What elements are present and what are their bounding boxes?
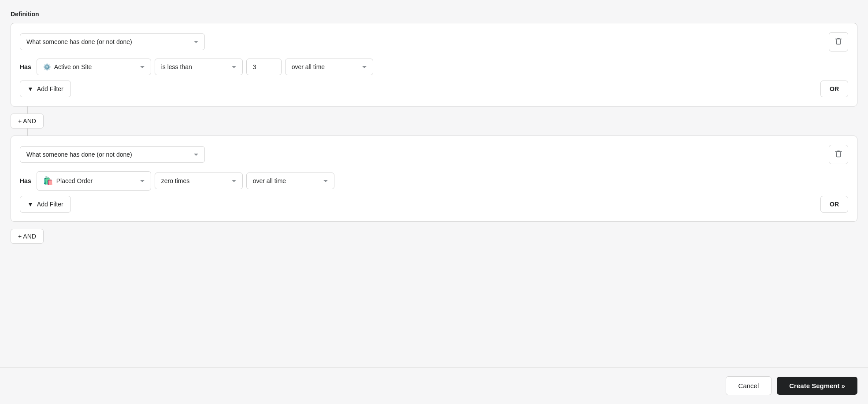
block2-operator-chevron: [232, 180, 236, 182]
block2-time-chevron: [323, 180, 328, 182]
block1-delete-button[interactable]: [829, 32, 848, 51]
shopify-icon: 🛍️: [43, 176, 53, 186]
and-button-2[interactable]: + AND: [11, 229, 44, 244]
condition-block-2-header: What someone has done (or not done): [20, 145, 848, 164]
cancel-button[interactable]: Cancel: [726, 376, 772, 395]
block1-filter-row: Has ⚙️ Active on Site is less than over …: [20, 59, 848, 75]
block2-operator-select[interactable]: zero times: [155, 173, 243, 189]
block2-main-select[interactable]: What someone has done (or not done): [20, 146, 205, 163]
footer-bar: Cancel Create Segment »: [0, 367, 868, 404]
block1-event-chevron: [140, 66, 145, 68]
block1-footer: ▼ Add Filter OR: [20, 81, 848, 97]
condition-block-1: What someone has done (or not done) Has …: [11, 23, 857, 107]
condition-block-1-header: What someone has done (or not done): [20, 32, 848, 51]
trash-icon: [835, 37, 842, 47]
trash-icon-2: [835, 150, 842, 159]
block1-operator-select[interactable]: is less than: [155, 59, 243, 75]
create-segment-button[interactable]: Create Segment »: [777, 377, 857, 395]
condition-block-2: What someone has done (or not done) Has …: [11, 136, 857, 222]
block1-main-select-chevron: [194, 41, 198, 43]
block1-event-select[interactable]: ⚙️ Active on Site: [37, 59, 151, 75]
block1-operator-chevron: [232, 66, 236, 68]
block1-add-filter-button[interactable]: ▼ Add Filter: [20, 81, 71, 97]
block1-main-select[interactable]: What someone has done (or not done): [20, 33, 205, 50]
block2-has-label: Has: [20, 177, 31, 184]
block1-value-input[interactable]: [246, 59, 282, 75]
gear-icon: ⚙️: [43, 63, 51, 70]
filter-icon: ▼: [27, 85, 33, 92]
block2-filter-row: Has 🛍️ Placed Order zero times over all …: [20, 171, 848, 191]
block2-event-chevron: [140, 180, 145, 182]
block1-has-label: Has: [20, 63, 31, 70]
block2-event-select[interactable]: 🛍️ Placed Order: [37, 171, 151, 191]
block2-add-filter-button[interactable]: ▼ Add Filter: [20, 196, 71, 213]
block2-footer: ▼ Add Filter OR: [20, 196, 848, 213]
block2-time-select[interactable]: over all time: [246, 173, 334, 189]
and-connector-2: + AND: [11, 222, 857, 251]
block2-or-button[interactable]: OR: [820, 196, 848, 213]
block1-or-button[interactable]: OR: [820, 81, 848, 97]
block1-time-select[interactable]: over all time: [285, 59, 373, 75]
definition-label: Definition: [11, 11, 857, 18]
and-button-1[interactable]: + AND: [11, 114, 44, 129]
and-connector-1: + AND: [11, 107, 857, 136]
filter-icon-2: ▼: [27, 201, 33, 208]
block2-main-select-chevron: [194, 154, 198, 156]
block2-delete-button[interactable]: [829, 145, 848, 164]
block1-time-chevron: [362, 66, 367, 68]
